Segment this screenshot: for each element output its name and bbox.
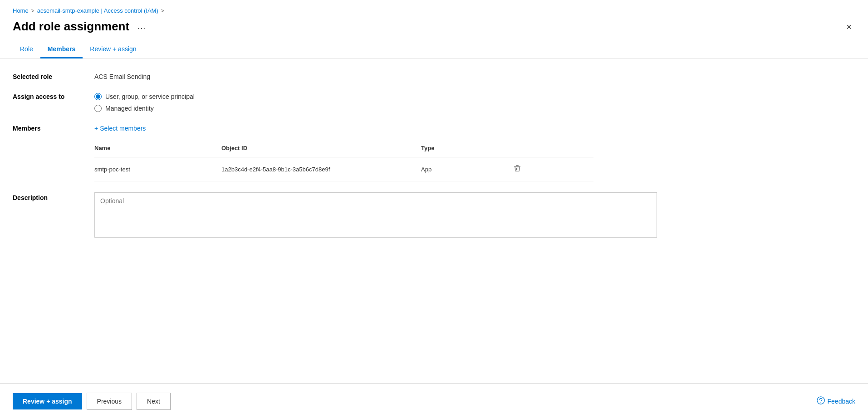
cell-name: smtp-poc-test: [94, 164, 221, 175]
table-row: smtp-poc-test 1a2b3c4d-e2f4-5aa8-9b1c-3a…: [94, 157, 593, 181]
tab-review-assign[interactable]: Review + assign: [83, 41, 143, 58]
description-label: Description: [13, 192, 94, 201]
tab-bar: Role Members Review + assign: [0, 41, 868, 58]
breadcrumb-sep-2: >: [161, 8, 164, 14]
select-members-label: Select members: [100, 125, 146, 132]
assign-access-row: Assign access to User, group, or service…: [13, 91, 855, 112]
radio-group: User, group, or service principal Manage…: [94, 93, 855, 112]
previous-button[interactable]: Previous: [87, 393, 132, 410]
feedback-label: Feedback: [828, 398, 855, 405]
next-button[interactable]: Next: [137, 393, 171, 410]
review-assign-button[interactable]: Review + assign: [13, 393, 82, 409]
svg-rect-0: [516, 165, 519, 166]
svg-point-4: [817, 396, 824, 404]
tab-members[interactable]: Members: [40, 41, 83, 58]
header-left: Add role assignment ...: [13, 19, 148, 34]
selected-role-row: Selected role ACS Email Sending: [13, 71, 855, 80]
close-button[interactable]: ×: [843, 20, 855, 33]
feedback-icon: [817, 396, 825, 407]
assign-access-value: User, group, or service principal Manage…: [94, 91, 855, 112]
radio-managed-identity-label: Managed identity: [105, 105, 154, 112]
breadcrumb-iam[interactable]: acsemail-smtp-example | Access control (…: [37, 7, 158, 14]
breadcrumb-sep-1: >: [31, 8, 34, 14]
description-row: Description: [13, 192, 855, 238]
radio-managed-identity[interactable]: Managed identity: [94, 105, 855, 112]
plus-icon: +: [94, 125, 98, 132]
radio-user-group-input[interactable]: [94, 93, 102, 100]
assign-access-label: Assign access to: [13, 91, 94, 100]
description-textarea[interactable]: [94, 192, 657, 238]
members-table: Name Object ID Type smtp-poc-test 1a2b3c…: [94, 139, 593, 181]
footer: Review + assign Previous Next Feedback: [0, 383, 868, 419]
page-header: Add role assignment ... ×: [0, 16, 868, 41]
form-content: Selected role ACS Email Sending Assign a…: [0, 58, 868, 369]
col-header-object-id: Object ID: [221, 143, 421, 153]
tab-role[interactable]: Role: [13, 41, 40, 58]
members-value: + Select members Name Object ID Type smt…: [94, 123, 855, 181]
col-header-name: Name: [94, 143, 221, 153]
radio-managed-identity-input[interactable]: [94, 105, 102, 112]
select-members-button[interactable]: + Select members: [94, 125, 855, 132]
footer-left: Review + assign Previous Next: [13, 393, 171, 410]
selected-role-label: Selected role: [13, 71, 94, 80]
cell-object-id: 1a2b3c4d-e2f4-5aa8-9b1c-3a5b6c7d8e9f: [221, 164, 421, 175]
breadcrumb: Home > acsemail-smtp-example | Access co…: [0, 0, 868, 16]
col-header-actions: [512, 143, 539, 153]
breadcrumb-home[interactable]: Home: [13, 7, 29, 14]
radio-user-group-label: User, group, or service principal: [105, 93, 195, 100]
cell-type: App: [421, 164, 512, 175]
panel: Home > acsemail-smtp-example | Access co…: [0, 0, 868, 419]
svg-rect-1: [514, 166, 520, 167]
svg-point-5: [820, 402, 821, 403]
members-row: Members + Select members Name Object ID …: [13, 123, 855, 181]
cell-delete: [512, 161, 539, 177]
page-title: Add role assignment: [13, 19, 129, 34]
members-label: Members: [13, 123, 94, 132]
feedback-button[interactable]: Feedback: [817, 396, 855, 407]
delete-row-button[interactable]: [512, 163, 523, 175]
selected-role-value: ACS Email Sending: [94, 71, 855, 80]
radio-user-group[interactable]: User, group, or service principal: [94, 93, 855, 100]
col-header-type: Type: [421, 143, 512, 153]
ellipsis-button[interactable]: ...: [135, 21, 148, 32]
table-header: Name Object ID Type: [94, 139, 593, 157]
